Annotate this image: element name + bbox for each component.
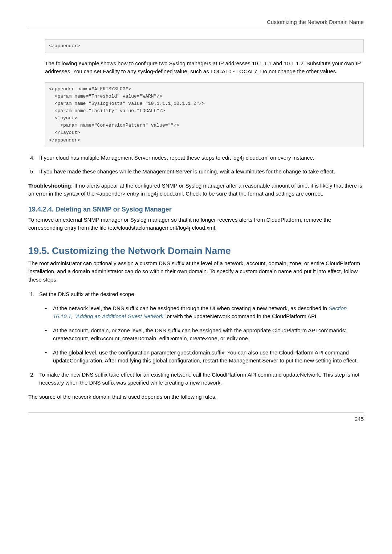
heading-customizing-domain: 19.5. Customizing the Network Domain Nam…	[28, 244, 364, 258]
bullet-network-level: • At the network level, the DNS suffix c…	[45, 304, 364, 321]
bullet-marker: •	[45, 304, 53, 321]
page-number: 245	[355, 416, 364, 422]
paragraph-deleting: To remove an external SNMP manager or Sy…	[28, 216, 364, 232]
bullet-network-text-b: or with the updateNetwork command in the…	[165, 313, 318, 319]
step-5-number: 5.	[28, 168, 39, 176]
code-block-appender-close: </appender>	[45, 39, 364, 53]
paragraph-customizing-intro: The root administrator can optionally as…	[28, 259, 364, 284]
step-4: 4. If your cloud has multiple Management…	[28, 154, 364, 162]
bullet-account-text: At the account, domain, or zone level, t…	[53, 327, 364, 343]
troubleshooting-label: Troubleshooting:	[28, 182, 73, 189]
bullet-account-level: • At the account, domain, or zone level,…	[45, 327, 364, 343]
bullet-network-text-a: At the network level, the DNS suffix can…	[53, 305, 328, 311]
paragraph-example-intro: The following example shows how to confi…	[45, 59, 364, 76]
paragraph-source-rules: The source of the network domain that is…	[28, 393, 364, 401]
running-header: Customizing the Network Domain Name	[28, 18, 364, 29]
custom-step-2: 2. To make the new DNS suffix take effec…	[28, 371, 364, 387]
troubleshooting-paragraph: Troubleshooting: If no alerts appear at …	[28, 182, 364, 198]
code-block-alertsyslog: <appender name="ALERTSYSLOG"> <param nam…	[45, 82, 364, 147]
troubleshooting-text: If no alerts appear at the configured SN…	[28, 182, 362, 197]
heading-deleting-snmp-syslog: 19.4.2.4. Deleting an SNMP or Syslog Man…	[28, 205, 364, 214]
custom-step-1-number: 1.	[28, 290, 39, 299]
bullet-global-level: • At the global level, use the configura…	[45, 349, 364, 365]
custom-step-2-number: 2.	[28, 371, 39, 387]
custom-step-1-text: Set the DNS suffix at the desired scope	[39, 290, 364, 299]
step-5: 5. If you have made these changes while …	[28, 168, 364, 176]
bullet-marker: •	[45, 349, 53, 365]
step-4-text: If your cloud has multiple Management Se…	[39, 154, 364, 162]
bullet-global-text: At the global level, use the configurati…	[53, 349, 364, 365]
step-4-number: 4.	[28, 154, 39, 162]
step-5-text: If you have made these changes while the…	[39, 168, 364, 176]
custom-step-2-text: To make the new DNS suffix take effect f…	[39, 371, 364, 387]
page-footer: 245	[28, 413, 364, 423]
bullet-marker: •	[45, 327, 53, 343]
custom-step-1: 1. Set the DNS suffix at the desired sco…	[28, 290, 364, 299]
